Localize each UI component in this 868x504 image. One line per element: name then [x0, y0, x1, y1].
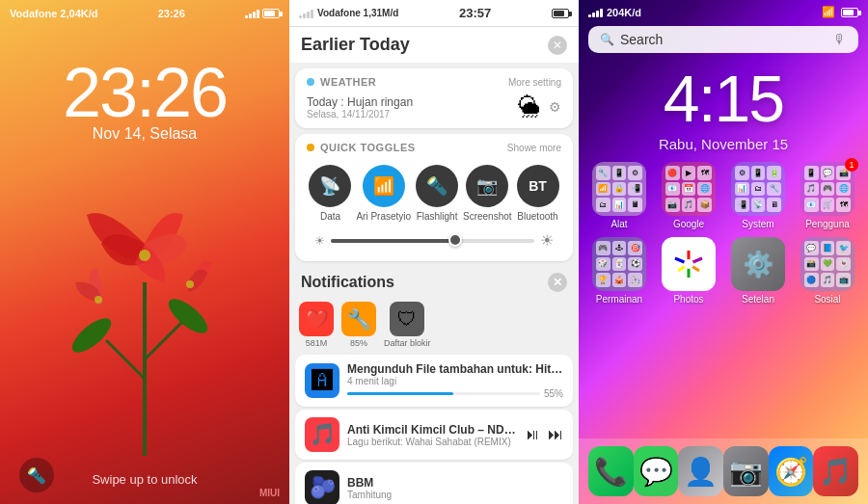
health-app-icon: ❤️ [299, 302, 334, 336]
weather-settings-icon[interactable]: ⚙ [549, 99, 561, 115]
health-app-notif[interactable]: ❤️ 581M [299, 302, 334, 348]
weather-description: Today : Hujan ringan [307, 95, 413, 109]
music-title: Anti Kimcil Kimcil Club – NDX a [347, 423, 517, 437]
settings-label: Setelan [742, 294, 774, 305]
brightness-low-icon: ☀ [314, 234, 325, 248]
notifications-title: Notifications [301, 274, 394, 291]
data-toggle[interactable]: 📡 Data [309, 165, 351, 222]
search-icon: 🔍 [600, 33, 614, 46]
alat-folder[interactable]: 🔧 📱 ⚙ 📶 🔒 📲 🗂 📊 🖩 Alat [588, 162, 650, 229]
brightness-slider[interactable] [331, 239, 534, 243]
bbm-subtitle: Tamhitung [347, 490, 563, 500]
tools-app-icon: 🔧 [341, 302, 376, 336]
wifi-icon-status: 📶 [822, 6, 835, 18]
show-more-link[interactable]: Showe more [507, 143, 561, 153]
search-bar[interactable]: 🔍 Search 🎙 [588, 26, 858, 53]
pengguna-folder[interactable]: 📱 💬 📸 🎵 🎮 🌐 📧 🛒 🗺 1 Pengguna [797, 162, 858, 229]
messages-dock-icon[interactable]: 💬 [634, 446, 679, 496]
mic-icon[interactable]: 🎙 [833, 32, 847, 47]
next-button[interactable]: ⏭ [548, 426, 563, 443]
notification-app-icons: ❤️ 581M 🔧 85% 🛡 Daftar blokir [289, 298, 579, 352]
appstore-title: Mengunduh File tambahan untuk: Hitm... [347, 362, 563, 376]
settings-icon: ⚙️ [731, 237, 785, 291]
weather-cloud-icon: 🌦 [518, 93, 541, 120]
flashlight-toggle[interactable]: 🔦 Flashlight [416, 165, 458, 222]
pengguna-label: Pengguna [805, 219, 850, 229]
sosial-folder[interactable]: 💬 📘 🐦 📸 💚 👻 🔵 🎵 📺 Sosial [797, 237, 858, 305]
system-label: System [742, 219, 773, 229]
lock-time: 23:26 [0, 53, 289, 132]
weather-date: Selasa, 14/11/2017 [307, 109, 413, 119]
block-app-icon: 🛡 [390, 302, 424, 336]
settings-app[interactable]: ⚙️ Setelan [727, 237, 789, 305]
close-notifications-button[interactable]: ✕ [548, 273, 567, 292]
home-date: Rabu, November 15 [579, 136, 868, 152]
screenshot-toggle[interactable]: 📷 Screenshot [463, 165, 512, 222]
search-input[interactable]: Search [620, 32, 827, 47]
permainan-folder[interactable]: 🎮 🕹 🎯 🎲 🃏 ⚽ 🏆 🎪 🎠 Permainan [588, 237, 650, 305]
data-icon[interactable]: 📡 [309, 165, 351, 207]
flashlight-icon[interactable]: 🔦 [416, 165, 458, 207]
weather-label: WEATHER [320, 76, 376, 88]
camera-dock-icon[interactable]: 📷 [723, 446, 769, 496]
download-progress: 55% [347, 388, 563, 399]
music-icon: 🎵 [305, 417, 339, 452]
wifi-icon[interactable]: 📶 [363, 165, 405, 207]
google-folder-icon: 🔴 ▶ 🗺 📧 📅 🌐 📷 🎵 📦 [662, 162, 716, 216]
contacts-dock-icon[interactable]: 👤 [678, 446, 723, 496]
music-subtitle: Lagu berikut: Wahai Sahabat (REMIX) [347, 437, 517, 447]
svg-line-2 [145, 321, 183, 359]
status-bar-3: 204K/d 📶 [579, 0, 868, 24]
block-app-notif[interactable]: 🛡 Daftar blokir [384, 302, 431, 348]
appstore-content: Mengunduh File tambahan untuk: Hitm... 4… [347, 362, 563, 399]
music-notification[interactable]: 🎵 Anti Kimcil Kimcil Club – NDX a Lagu b… [295, 410, 573, 460]
tools-app-notif[interactable]: 🔧 85% [341, 302, 376, 348]
alat-folder-icon: 🔧 📱 ⚙ 📶 🔒 📲 🗂 📊 🖩 [592, 162, 646, 216]
appstore-notification[interactable]: 🅰 Mengunduh File tambahan untuk: Hitm...… [295, 355, 573, 407]
brightness-control: ☀ ☀ [307, 227, 561, 253]
lock-date: Nov 14, Selasa [0, 125, 289, 143]
music-dock-icon[interactable]: 🎵 [813, 446, 858, 496]
status-icons [245, 9, 280, 18]
svg-point-3 [67, 312, 116, 358]
more-setting-link[interactable]: More setting [508, 77, 561, 88]
carrier-text: Vodafone 2,04K/d [10, 8, 97, 19]
battery-icon [262, 9, 280, 18]
quick-toggles-label: QUICK TOGGLES [320, 142, 416, 153]
photos-app[interactable]: Photos [658, 237, 719, 305]
quick-toggles-widget: QUICK TOGGLES Showe more 📡 Data 📶 Ari Pr… [295, 134, 573, 261]
toggle-dot-icon [307, 144, 314, 151]
battery-icon-2 [552, 9, 569, 18]
status-bar-2: Vodafone 1,31M/d 23:57 [289, 0, 579, 27]
svg-point-9 [684, 259, 693, 269]
appstore-icon: 🅰 [305, 363, 339, 398]
permainan-folder-icon: 🎮 🕹 🎯 🎲 🃏 ⚽ 🏆 🎪 🎠 [592, 237, 646, 291]
bluetooth-icon[interactable]: BT [517, 165, 559, 207]
bbm-title: BBM [347, 476, 563, 490]
signal-icon-2 [299, 9, 313, 18]
bbm-notification[interactable]: 🫐 BBM Tamhitung [295, 463, 573, 504]
safari-dock-icon[interactable]: 🧭 [769, 446, 814, 496]
google-label: Google [673, 219, 704, 229]
weather-content: Today : Hujan ringan Selasa, 14/11/2017 … [307, 93, 561, 120]
svg-line-1 [106, 340, 145, 379]
bbm-icon: 🫐 [305, 470, 339, 504]
screenshot-icon[interactable]: 📷 [466, 165, 508, 207]
alat-label: Alat [610, 219, 627, 229]
svg-point-6 [95, 296, 102, 304]
weather-widget: WEATHER More setting Today : Hujan ringa… [295, 68, 573, 128]
lock-screen-panel: Vodafone 2,04K/d 23:26 23:26 Nov 14, Sel… [0, 0, 289, 504]
play-pause-button[interactable]: ⏯ [525, 426, 540, 443]
system-folder-icon: ⚙ 📱 🔋 📊 🗂 🔧 📲 📡 🖥 [731, 162, 785, 216]
bluetooth-toggle[interactable]: BT Bluetooth [517, 165, 559, 222]
wifi-toggle[interactable]: 📶 Ari Prasetyio [356, 165, 411, 222]
google-folder[interactable]: 🔴 ▶ 🗺 📧 📅 🌐 📷 🎵 📦 Google [658, 162, 719, 229]
signal-icon [245, 9, 259, 18]
phone-dock-icon[interactable]: 📞 [588, 446, 634, 496]
weather-widget-header: WEATHER More setting [307, 76, 561, 88]
system-folder[interactable]: ⚙ 📱 🔋 📊 🗂 🔧 📲 📡 🖥 System [727, 162, 789, 229]
swipe-unlock-text: Swipe up to unlock [0, 472, 289, 487]
flower-illustration [29, 186, 260, 456]
close-earlier-button[interactable]: ✕ [548, 36, 567, 55]
status-bar: Vodafone 2,04K/d 23:26 [10, 8, 280, 19]
